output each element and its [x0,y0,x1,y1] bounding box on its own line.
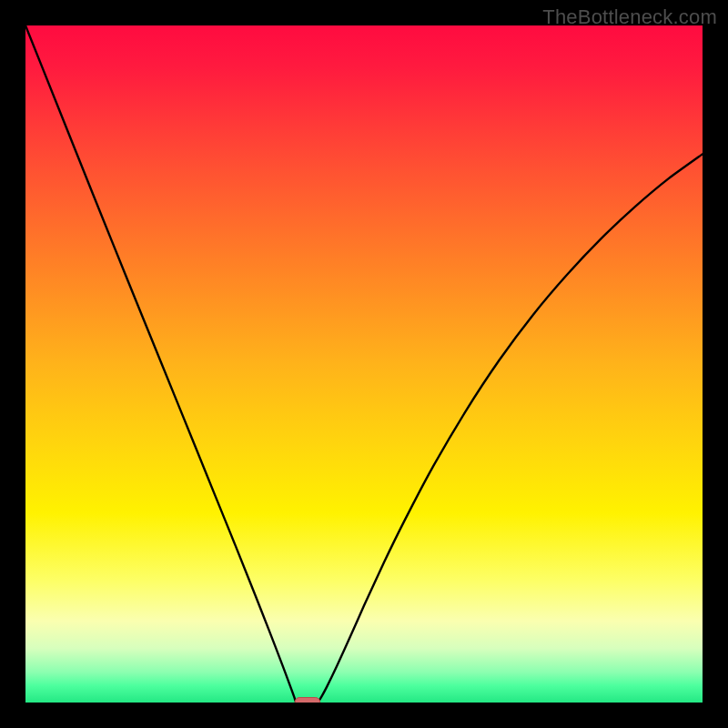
optimal-range-marker [295,698,320,703]
gradient-background [25,25,703,703]
chart-svg [25,25,703,703]
chart-frame: TheBottleneck.com [0,0,728,728]
plot-area [25,25,703,703]
